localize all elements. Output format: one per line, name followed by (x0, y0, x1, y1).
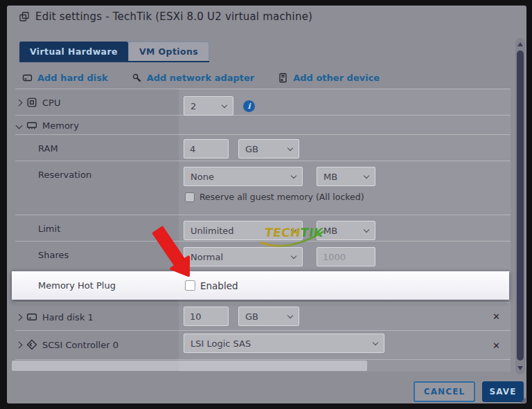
edit-settings-dialog: Edit settings - TechTik (ESXi 8.0 U2 vir… (7, 6, 526, 403)
reserve-all-memory-checkbox[interactable] (185, 192, 195, 202)
reserve-all-memory-option[interactable]: Reserve all guest memory (All locked) (185, 192, 364, 202)
hard-disk-icon (26, 311, 37, 322)
hard-disk-1-label: Hard disk 1 (42, 312, 94, 322)
row-scsi-controller-0: SCSI Controller 0 LSI Logic SAS ✕ (15, 331, 511, 360)
add-other-device-label: Add other device (293, 73, 380, 83)
cpu-icon (26, 97, 37, 108)
chevron-down-icon (373, 339, 378, 345)
hard-disk-size-input[interactable] (184, 307, 229, 326)
device-toolbar: Add hard disk Add network adapter Add ot… (22, 73, 380, 83)
tab-bar: Virtual Hardware VM Options (19, 42, 209, 62)
row-cpu: CPU 2 i (15, 89, 511, 116)
partial-row-control (12, 361, 367, 371)
watermark-swoosh (256, 228, 329, 252)
scrollbar[interactable] (515, 38, 525, 374)
scsi-controller-icon (26, 339, 37, 350)
other-device-icon (278, 73, 288, 83)
chevron-down-icon (222, 102, 227, 107)
ram-unit-value: GB (245, 144, 258, 154)
row-reservation: Reservation None MB Reserve all guest me… (15, 161, 511, 215)
scrollbar-thumb[interactable] (517, 51, 524, 361)
scsi-controller-0-label: SCSI Controller 0 (42, 340, 118, 350)
reservation-value: None (190, 172, 214, 182)
add-hard-disk-button[interactable]: Add hard disk (22, 73, 108, 83)
info-icon[interactable]: i (243, 100, 255, 112)
ram-size-input[interactable] (184, 139, 229, 158)
scroll-down-icon[interactable] (517, 366, 523, 370)
chevron-down-icon (291, 253, 296, 258)
chevron-down-icon[interactable] (16, 122, 23, 129)
techtik-watermark: TECHTIK (264, 226, 324, 239)
add-other-device-button[interactable]: Add other device (278, 73, 380, 83)
resize-handle[interactable] (520, 397, 526, 403)
row-ram: RAM GB (15, 135, 511, 161)
row-partially-scrolled (15, 360, 511, 372)
tab-virtual-hardware[interactable]: Virtual Hardware (19, 42, 128, 61)
limit-label: Limit (38, 224, 60, 234)
remove-hard-disk-icon[interactable]: ✕ (493, 312, 500, 321)
reservation-label: Reservation (38, 170, 91, 180)
ram-unit-select[interactable]: GB (238, 139, 299, 158)
add-network-adapter-label: Add network adapter (147, 73, 255, 83)
chevron-down-icon (291, 172, 296, 178)
memory-hot-plug-label: Memory Hot Plug (38, 280, 116, 291)
chevron-down-icon (364, 226, 369, 232)
chevron-right-icon[interactable] (16, 99, 23, 106)
memory-section-label: Memory (42, 120, 79, 131)
row-hard-disk-1: Hard disk 1 GB ✕ (15, 303, 511, 331)
reservation-unit-value: MB (323, 172, 337, 182)
cpu-count-value: 2 (190, 101, 196, 111)
cpu-label: CPU (42, 98, 60, 108)
reservation-unit-select[interactable]: MB (317, 167, 375, 186)
reserve-all-memory-label: Reserve all guest memory (All locked) (200, 192, 364, 202)
memory-hot-plug-row: Memory Hot Plug Enabled (12, 271, 509, 300)
network-adapter-icon (132, 73, 142, 83)
scsi-controller-type-value: LSI Logic SAS (190, 338, 251, 349)
dialog-titlebar: Edit settings - TechTik (ESXi 8.0 U2 vir… (19, 10, 312, 23)
cpu-count-select[interactable]: 2 (184, 96, 233, 116)
scsi-controller-type-select[interactable]: LSI Logic SAS (184, 334, 384, 353)
remove-scsi-controller-icon[interactable]: ✕ (493, 341, 500, 350)
hard-disk-unit-select[interactable]: GB (238, 307, 299, 326)
ram-label: RAM (38, 143, 58, 154)
shares-label: Shares (38, 250, 69, 260)
chevron-down-icon (364, 172, 369, 178)
chevron-down-icon (287, 312, 293, 318)
row-memory-section: Memory (15, 116, 511, 135)
vm-settings-icon (19, 12, 29, 21)
add-network-adapter-button[interactable]: Add network adapter (132, 73, 255, 83)
chevron-down-icon (287, 145, 293, 150)
reservation-select[interactable]: None (184, 167, 303, 186)
add-hard-disk-label: Add hard disk (37, 73, 108, 83)
dialog-title: Edit settings - TechTik (ESXi 8.0 U2 vir… (35, 10, 312, 23)
scroll-up-icon[interactable] (517, 42, 523, 46)
hard-disk-unit-value: GB (245, 311, 258, 322)
red-arrow-annotation (145, 225, 208, 284)
tab-vm-options[interactable]: VM Options (128, 42, 209, 61)
save-button[interactable]: SAVE (482, 381, 524, 402)
memory-icon (26, 120, 37, 131)
chevron-right-icon[interactable] (16, 313, 23, 320)
hard-disk-icon (22, 73, 33, 83)
chevron-right-icon[interactable] (16, 341, 23, 348)
cancel-button[interactable]: CANCEL (414, 381, 475, 402)
